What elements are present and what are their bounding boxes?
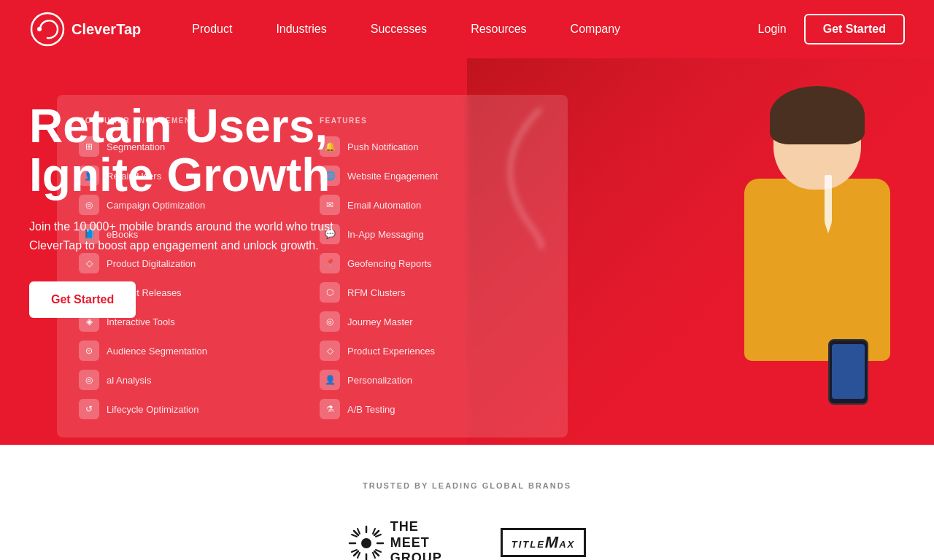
pm-label-f5: Geofencing Reports	[347, 258, 432, 269]
pm-label-f7: Journey Master	[347, 316, 413, 327]
list-item[interactable]: ◎ Journey Master	[320, 311, 546, 332]
login-link[interactable]: Login	[758, 23, 787, 36]
pm-label-f4: In-App Messaging	[347, 229, 424, 240]
pm-label-f3: Email Automation	[347, 200, 421, 211]
hero-section: CONSUMER ENGAGEMENT ⊞ Segmentation 👤 Ret…	[0, 58, 934, 445]
list-item[interactable]: ⊙ Audience Segmentation	[79, 341, 305, 361]
pm-label-f9: Personalization	[347, 375, 412, 386]
svg-marker-3	[825, 222, 832, 233]
logo[interactable]: CleverTap	[29, 11, 141, 47]
svg-line-10	[374, 551, 379, 556]
pm-label-9: al Analysis	[107, 375, 151, 386]
svg-line-20	[376, 550, 381, 552]
pm-label-f8: Product Experiences	[347, 346, 435, 357]
nav-links: Product Industries Successes Resources C…	[170, 2, 757, 56]
svg-line-18	[352, 550, 357, 552]
list-item[interactable]: 📍 Geofencing Reports	[320, 253, 546, 273]
phone	[828, 339, 868, 405]
list-item[interactable]: ⬡ RFM Clusters	[320, 282, 546, 303]
pm-icon-f10: ⚗	[320, 399, 340, 419]
svg-line-11	[374, 531, 379, 535]
pm-label-7: Interactive Tools	[107, 316, 175, 327]
person-figure	[722, 73, 912, 445]
pm-icon-8: ⊙	[79, 341, 99, 361]
trusted-label: TRUSTED BY LEADING GLOBAL BRANDS	[29, 481, 905, 490]
svg-rect-2	[825, 175, 832, 222]
list-item[interactable]: ◎ al Analysis	[79, 370, 305, 390]
trusted-section: TRUSTED BY LEADING GLOBAL BRANDS	[0, 445, 934, 560]
list-item[interactable]: ✉ Email Automation	[320, 195, 546, 215]
nav-successes[interactable]: Successes	[349, 2, 449, 56]
pm-icon-9: ◎	[79, 370, 99, 390]
titlemax-logo: TITLEMAX	[501, 528, 587, 557]
meet-group-logo: THE MEET GROUP	[348, 519, 442, 560]
svg-line-16	[373, 553, 375, 558]
get-started-button-hero[interactable]: Get Started	[29, 281, 136, 318]
pm-icon-f8: ◇	[320, 341, 340, 361]
titlemax-text: TITLEMAX	[501, 528, 587, 557]
get-started-button-nav[interactable]: Get Started	[804, 14, 905, 44]
navbar: CleverTap Product Industries Successes R…	[0, 0, 934, 58]
svg-line-17	[352, 534, 357, 537]
logo-text: CleverTap	[72, 21, 141, 38]
list-item[interactable]: 🔔 Push Notification	[320, 136, 546, 157]
pm-label-f10: A/B Testing	[347, 404, 395, 415]
trusted-logos: THE MEET GROUP TITLEMAX	[29, 519, 905, 560]
svg-line-15	[358, 553, 360, 558]
person-hair	[770, 86, 865, 144]
list-item[interactable]: ◇ Product Experiences	[320, 341, 546, 361]
svg-line-14	[373, 529, 375, 534]
svg-line-13	[358, 529, 360, 534]
pm-label-10: Lifecycle Optimization	[107, 404, 198, 415]
list-item[interactable]: 👤 Personalization	[320, 370, 546, 390]
pm-label-8: Audience Segmentation	[107, 346, 207, 357]
pm-label-f2: Website Engagement	[347, 171, 438, 182]
svg-point-4	[361, 538, 371, 548]
meet-group-text: THE MEET GROUP	[390, 519, 442, 560]
phone-screen	[832, 344, 865, 399]
hero-subtitle: Join the 10,000+ mobile brands around th…	[29, 217, 350, 254]
list-item[interactable]: ↺ Lifecycle Optimization	[79, 399, 305, 419]
pm-icon-10: ↺	[79, 399, 99, 419]
nav-company[interactable]: Company	[549, 2, 642, 56]
svg-line-12	[354, 551, 358, 556]
pm-icon-f9: 👤	[320, 370, 340, 390]
pm-label-f1: Push Notification	[347, 141, 419, 152]
pm-col2-title: FEATURES	[320, 117, 546, 125]
meet-group-sun-icon	[348, 525, 383, 560]
nav-product[interactable]: Product	[170, 2, 254, 56]
pm-label-f6: RFM Clusters	[347, 287, 405, 298]
nav-industries[interactable]: Industries	[254, 2, 348, 56]
nav-actions: Login Get Started	[758, 14, 905, 44]
svg-point-1	[37, 27, 42, 31]
nav-resources[interactable]: Resources	[449, 2, 548, 56]
list-item[interactable]: ⚗ A/B Testing	[320, 399, 546, 419]
list-item[interactable]: 🌐 Website Engagement	[320, 166, 546, 186]
list-item[interactable]: 💬 In-App Messaging	[320, 224, 546, 244]
hero-content: Retain Users,Ignite Growth Join the 10,0…	[29, 102, 350, 318]
hero-title: Retain Users,Ignite Growth	[29, 102, 350, 200]
svg-line-19	[376, 534, 381, 537]
svg-line-9	[354, 531, 358, 535]
svg-point-0	[31, 13, 63, 45]
